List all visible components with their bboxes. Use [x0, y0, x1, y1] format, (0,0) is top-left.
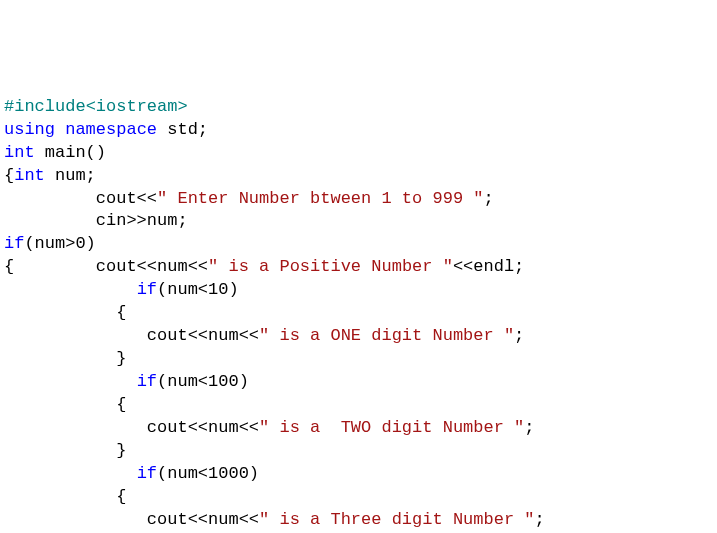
string-literal: " Enter Number btween 1 to 999 "	[157, 189, 483, 208]
code-text: {	[4, 395, 126, 414]
code-text: ;	[535, 510, 545, 529]
code-text: (num<1000)	[157, 464, 259, 483]
code-line: if(num<1000)	[4, 463, 713, 486]
include-header: <iostream>	[86, 97, 188, 116]
keyword-namespace: namespace	[65, 120, 157, 139]
code-line: {	[4, 302, 713, 325]
keyword-if: if	[4, 234, 24, 253]
code-text: cout<<num<<	[4, 418, 259, 437]
code-text: {	[4, 303, 126, 322]
code-text: { cout<<num<<	[4, 257, 208, 276]
code-text: cout<<num<<	[4, 326, 259, 345]
code-line: int main()	[4, 142, 713, 165]
code-text: cout<<num<<	[4, 510, 259, 529]
code-text: (num>0)	[24, 234, 95, 253]
keyword-if: if	[137, 280, 157, 299]
code-line: cout<<num<<" is a Three digit Number ";	[4, 509, 713, 532]
string-literal: " is a ONE digit Number "	[259, 326, 514, 345]
code-text: cin>>num;	[4, 211, 188, 230]
preprocessor: #include	[4, 97, 86, 116]
code-line: {	[4, 486, 713, 509]
code-text: ;	[483, 189, 493, 208]
code-line: cout<<num<<" is a ONE digit Number ";	[4, 325, 713, 348]
keyword-if: if	[137, 372, 157, 391]
code-text: {	[4, 487, 126, 506]
code-line: cout<<num<<" is a TWO digit Number ";	[4, 417, 713, 440]
code-text: (num<10)	[157, 280, 239, 299]
code-text: ;	[524, 418, 534, 437]
code-text: }	[4, 349, 126, 368]
code-text: (num<100)	[157, 372, 249, 391]
code-text	[4, 280, 137, 299]
code-text: {	[4, 166, 14, 185]
code-text: num;	[45, 166, 96, 185]
keyword-using: using	[4, 120, 55, 139]
code-line: using namespace std;	[4, 119, 713, 142]
code-line: {	[4, 394, 713, 417]
code-line: cin>>num;	[4, 210, 713, 233]
code-line: cout<<" Enter Number btween 1 to 999 ";	[4, 188, 713, 211]
code-line: if(num>0)	[4, 233, 713, 256]
code-line: if(num<100)	[4, 371, 713, 394]
code-line: #include<iostream>	[4, 96, 713, 119]
keyword-int: int	[4, 143, 35, 162]
string-literal: " is a Positive Number "	[208, 257, 453, 276]
code-line: if(num<10)	[4, 279, 713, 302]
code-text	[4, 464, 137, 483]
code-text: std;	[157, 120, 208, 139]
code-text: ;	[514, 326, 524, 345]
string-literal: " is a Three digit Number "	[259, 510, 534, 529]
code-line: }	[4, 348, 713, 371]
code-text	[4, 372, 137, 391]
code-line: {int num;	[4, 165, 713, 188]
keyword-int: int	[14, 166, 45, 185]
code-text: <<endl;	[453, 257, 524, 276]
string-literal: " is a TWO digit Number "	[259, 418, 524, 437]
code-text: main()	[35, 143, 106, 162]
code-line: }	[4, 440, 713, 463]
code-text: }	[4, 441, 126, 460]
keyword-if: if	[137, 464, 157, 483]
code-text: cout<<	[4, 189, 157, 208]
code-line: { cout<<num<<" is a Positive Number "<<e…	[4, 256, 713, 279]
